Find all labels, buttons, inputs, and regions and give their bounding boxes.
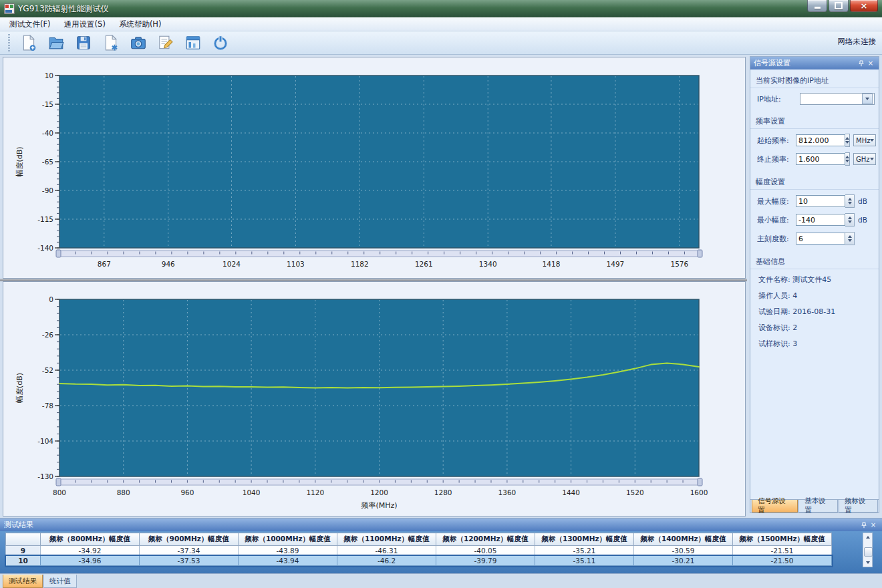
results-close-icon[interactable]: × [869,521,878,530]
svg-text:-140: -140 [37,244,53,252]
close-button[interactable]: × [850,0,878,12]
signal-source-panel-title: 信号源设置 [754,58,790,68]
row-label: 9 [6,546,41,556]
results-scrollbar[interactable] [863,533,873,567]
svg-text:幅度(dB): 幅度(dB) [15,146,24,176]
edit-report-button[interactable] [156,33,176,53]
edit-report-icon [157,34,174,51]
start-freq-unit-select[interactable]: MHz [853,134,876,146]
new-file-icon [20,34,37,51]
results-panel-header: 测试结果 × [0,519,882,531]
svg-text:867: 867 [98,260,111,268]
table-cell: -35.21 [535,546,634,556]
svg-text:960: 960 [180,488,194,496]
svg-text:-90: -90 [42,186,53,194]
bottom-tab-bar: 测试结果统计值 [0,573,882,588]
maximize-icon [835,2,843,9]
table-row[interactable]: 9-34.92-37.34-43.89-46.31-40.05-35.21-30… [6,546,832,556]
column-header: 频标（1200MHz）幅度值 [436,533,535,546]
results-panel: 测试结果 × 频标（800MHz）幅度值频标（900MHz）幅度值频标（1000… [0,518,882,573]
camera-icon [130,34,147,51]
upper-chart-panel: 10-15-40-65-90-115-140867946102411031182… [3,57,746,279]
signal-source-panel: 信号源设置 × 当前实时图像的IP地址 IP地址: 频率设置 起始频率: [750,56,879,513]
dock-tab-1[interactable]: 基本设置 [798,500,838,512]
max-amp-input[interactable] [796,195,845,207]
column-header: 频标（1000MHz）幅度值 [239,533,337,546]
dock-tab-bar: 信号源设置基本设置频标设置 [750,499,879,512]
table-cell: -43.94 [239,556,337,566]
max-amp-stepper[interactable] [845,194,855,208]
max-amp-unit: dB [858,197,867,205]
data-table-icon [184,34,202,51]
svg-text:800: 800 [53,488,66,496]
svg-text:1280: 1280 [434,488,452,496]
new-file-button[interactable] [19,33,39,53]
menu-item-1[interactable]: 通用设置(S) [57,18,112,31]
window-title: YG913防辐射性能测试仪 [18,3,109,15]
frequency-section-title: 频率设置 [750,112,879,129]
svg-text:-78: -78 [42,402,53,410]
major-divisions-input[interactable] [796,233,845,245]
open-file-button[interactable] [46,33,66,53]
lower-chart-panel: 0-26-52-78-104-1308008809601040112012001… [3,281,746,517]
start-freq-input[interactable] [796,134,845,146]
stop-freq-stepper[interactable] [845,152,850,166]
svg-text:1520: 1520 [626,488,644,496]
bottom-tab-0[interactable]: 测试结果 [3,575,43,588]
scrollbar-thumb[interactable] [864,547,873,557]
table-cell: -35.11 [535,556,634,566]
minimize-button[interactable] [807,0,827,12]
min-amp-stepper[interactable] [845,213,855,227]
panel-close-icon[interactable]: × [866,59,875,68]
basic-info-list: 文件名称: 测试文件45操作人员: 4试验日期: 2016-08-31设备标识:… [750,271,879,351]
network-status: 网络未连接 [838,37,877,47]
table-cell: -43.89 [239,546,337,556]
svg-text:1360: 1360 [498,488,517,496]
column-header: 频标（900MHz）幅度值 [140,533,239,546]
dock-tab-0[interactable]: 信号源设置 [752,500,798,512]
svg-text:幅度(dB): 幅度(dB) [15,373,24,403]
start-freq-stepper[interactable] [845,134,850,147]
table-cell: -46.31 [337,546,436,556]
export-report-button[interactable] [101,33,121,53]
table-cell: -46.2 [337,556,436,566]
stop-freq-input[interactable] [796,153,845,165]
results-pin-icon[interactable] [859,521,869,530]
info-item: 操作人员: 4 [750,287,879,303]
lower-chart[interactable]: 0-26-52-78-104-1308008809601040112012001… [3,282,745,516]
svg-text:880: 880 [117,488,130,496]
menu-item-0[interactable]: 测试文件(F) [3,18,57,31]
table-row[interactable]: 10-34.96-37.53-43.94-46.2-39.79-35.11-30… [6,556,832,566]
scroll-up-icon[interactable] [864,534,871,541]
stop-freq-unit-select[interactable]: GHz [853,153,876,165]
table-cell: -34.96 [41,556,140,566]
svg-text:-104: -104 [37,437,53,445]
app-window: YG913防辐射性能测试仪 × 测试文件(F)通用设置(S)系统帮助(H) [0,0,882,588]
app-icon [4,3,15,14]
stop-freq-label: 终止频率: [757,154,796,164]
maximize-button[interactable] [829,0,849,12]
dock-tab-2[interactable]: 频标设置 [839,500,878,512]
min-amp-unit: dB [858,216,867,224]
column-header [6,533,41,546]
info-item: 试样标识: 3 [750,335,879,351]
snapshot-button[interactable] [128,33,148,53]
upper-chart[interactable]: 10-15-40-65-90-115-140867946102411031182… [3,57,745,278]
min-amp-input[interactable] [796,214,845,226]
minimize-icon [815,7,821,9]
ip-address-select[interactable] [800,93,875,105]
bottom-tab-1[interactable]: 统计值 [43,575,77,588]
table-cell: -21.50 [733,556,832,566]
data-table-button[interactable] [183,33,203,53]
power-button[interactable] [210,33,231,53]
menu-item-2[interactable]: 系统帮助(H) [112,18,168,31]
scroll-down-icon[interactable] [864,559,871,566]
min-amp-label: 最小幅度: [757,215,796,225]
frequency-section: 频率设置 起始频率: MHz 终止频率: GHz [750,110,879,171]
save-button[interactable] [74,33,94,53]
table-cell: -30.21 [634,556,733,566]
major-divisions-stepper[interactable] [845,232,855,245]
table-cell: -34.92 [41,546,140,556]
pin-icon[interactable] [857,59,866,68]
save-icon [75,34,92,51]
